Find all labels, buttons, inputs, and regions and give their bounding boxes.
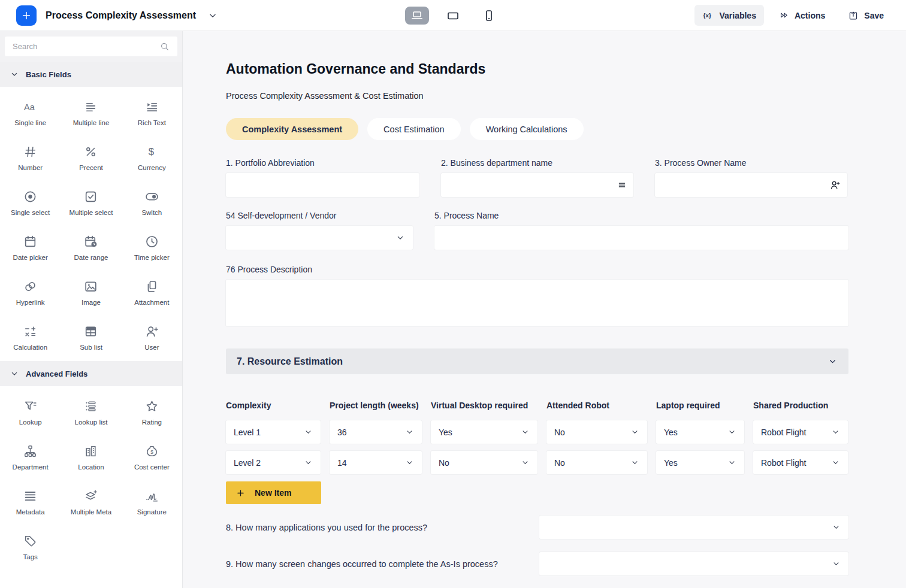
form-canvas: Automation Governance and Standards Proc… xyxy=(183,31,906,588)
shared-production-select[interactable]: Robot Flight xyxy=(753,420,848,444)
device-mobile-button[interactable] xyxy=(477,7,501,25)
new-item-button[interactable]: New Item xyxy=(226,481,321,504)
field-type-label: Lookup xyxy=(19,419,42,426)
fields-row-1: 1. Portfolio Abbreviation 2. Business de… xyxy=(226,158,848,197)
field-type-label: Multiple line xyxy=(73,119,110,126)
field-type-label: User xyxy=(144,344,159,351)
chevron-down-icon xyxy=(521,458,530,467)
form-tabs: Complexity AssessmentCost EstimationWork… xyxy=(226,118,848,140)
field-type-single-line[interactable]: Single line xyxy=(0,90,61,135)
field-type-hyperlink[interactable]: Hyperlink xyxy=(0,270,61,315)
field-type-label: Metadata xyxy=(16,508,45,516)
select-value: No xyxy=(554,458,565,468)
tab-cost-estimation[interactable]: Cost Estimation xyxy=(367,118,461,140)
field-type-rating[interactable]: Rating xyxy=(122,390,182,435)
project-length-weeks-select[interactable]: 36 xyxy=(330,420,422,444)
field-type-label: Hyperlink xyxy=(16,299,45,306)
process-name-field: 5. Process Name xyxy=(434,211,848,250)
field-type-lookup[interactable]: Lookup xyxy=(0,390,61,435)
project-length-weeks-select[interactable]: 14 xyxy=(330,451,422,474)
field-type-metadata[interactable]: Metadata xyxy=(0,480,61,525)
tab-working-calculations[interactable]: Working Calculations xyxy=(470,118,584,140)
field-type-switch[interactable]: Switch xyxy=(122,180,182,225)
chevron-down-icon xyxy=(405,428,414,437)
complexity-select[interactable]: Level 1 xyxy=(226,420,321,444)
field-type-date-range[interactable]: Date range xyxy=(61,225,121,270)
tab-complexity-assessment[interactable]: Complexity Assessment xyxy=(226,118,358,140)
field-type-image[interactable]: Image xyxy=(61,270,121,315)
field-type-calculation[interactable]: Calculation xyxy=(0,315,61,360)
device-tablet-button[interactable] xyxy=(441,7,465,25)
actions-button[interactable]: Actions xyxy=(771,5,833,25)
field-type-currency[interactable]: Currency xyxy=(122,135,182,180)
multiple-meta-icon xyxy=(83,489,98,504)
lookup-icon xyxy=(23,399,38,414)
attended-robot-select[interactable]: No xyxy=(546,451,647,474)
menu-icon[interactable] xyxy=(617,180,627,190)
field-type-rich-text[interactable]: Rich Text xyxy=(122,90,182,135)
field-type-sub-list[interactable]: Sub list xyxy=(61,315,121,360)
self-development-vendor-select[interactable] xyxy=(226,226,413,250)
field-type-time-picker[interactable]: Time picker xyxy=(122,225,182,270)
chevron-down-icon xyxy=(630,458,639,467)
section-header-advanced-fields[interactable]: Advanced Fields xyxy=(0,361,182,386)
cost-center-icon xyxy=(144,444,159,459)
mobile-icon xyxy=(482,8,496,23)
device-preview-toggle xyxy=(405,7,501,25)
field-type-multiple-meta[interactable]: Multiple Meta xyxy=(61,480,121,525)
search-input[interactable] xyxy=(5,37,177,56)
user-plus-icon[interactable] xyxy=(829,180,841,191)
laptop-required-select[interactable]: Yes xyxy=(656,420,744,444)
portfolio-abbreviation-input[interactable] xyxy=(226,173,419,197)
complexity-select[interactable]: Level 2 xyxy=(226,451,321,474)
field-type-precent[interactable]: Precent xyxy=(61,135,121,180)
virtual-desktop-required-select[interactable]: No xyxy=(431,451,537,474)
question-row-9: 9. How many screen changes occurred to c… xyxy=(226,552,848,575)
device-desktop-button[interactable] xyxy=(405,7,429,25)
shared-production-select[interactable]: Robot Flight xyxy=(753,451,848,474)
attended-robot-select[interactable]: No xyxy=(546,420,647,444)
field-type-department[interactable]: Department xyxy=(0,435,61,480)
process-owner-input[interactable] xyxy=(655,173,847,197)
section-title: Basic Fields xyxy=(26,70,71,79)
variables-button[interactable]: Variables xyxy=(694,5,764,26)
calculation-icon xyxy=(23,324,38,339)
field-type-lookup-list[interactable]: Lookup list xyxy=(61,390,121,435)
field-type-user[interactable]: User xyxy=(122,315,182,360)
process-description-label: 76 Process Description xyxy=(226,265,848,274)
chevron-down-icon xyxy=(405,458,414,467)
field-type-location[interactable]: Location xyxy=(61,435,121,480)
question-9-select[interactable] xyxy=(539,552,848,575)
laptop-required-select[interactable]: Yes xyxy=(656,451,744,474)
section-header-basic-fields[interactable]: Basic Fields xyxy=(0,62,182,87)
field-type-tags[interactable]: Tags xyxy=(0,525,61,569)
metadata-icon xyxy=(23,489,38,504)
field-type-multiple-line[interactable]: Multiple line xyxy=(61,90,121,135)
process-name-input[interactable] xyxy=(434,226,848,250)
business-department-input[interactable] xyxy=(441,173,633,197)
process-name-label: 5. Process Name xyxy=(434,211,848,220)
process-description-textarea[interactable] xyxy=(226,280,848,326)
field-type-label: Precent xyxy=(79,164,103,171)
field-type-attachment[interactable]: Attachment xyxy=(122,270,182,315)
save-button[interactable]: Save xyxy=(840,5,892,26)
field-type-single-select[interactable]: Single select xyxy=(0,180,61,225)
top-bar: Process Complexity Assessment Variables … xyxy=(0,0,906,31)
chevron-down-icon xyxy=(395,233,405,243)
select-value: 36 xyxy=(337,428,347,437)
chevron-down-icon xyxy=(727,458,736,467)
field-type-cost-center[interactable]: Cost center xyxy=(122,435,182,480)
question-8-select[interactable] xyxy=(539,516,848,539)
chevron-down-icon xyxy=(207,10,218,21)
field-type-date-picker[interactable]: Date picker xyxy=(0,225,61,270)
virtual-desktop-required-select[interactable]: Yes xyxy=(431,420,537,444)
resource-estimation-section-header[interactable]: 7. Resource Estimation xyxy=(226,348,848,374)
chevron-down-icon xyxy=(832,523,841,532)
field-type-signature[interactable]: Signature xyxy=(122,480,182,525)
new-form-button[interactable] xyxy=(16,5,37,26)
field-type-multiple-select[interactable]: Multiple select xyxy=(61,180,121,225)
lookup-list-icon xyxy=(83,399,98,414)
question-label: 8. How many applications you used for th… xyxy=(226,523,539,532)
field-type-number[interactable]: Number xyxy=(0,135,61,180)
title-dropdown-button[interactable] xyxy=(207,10,218,21)
